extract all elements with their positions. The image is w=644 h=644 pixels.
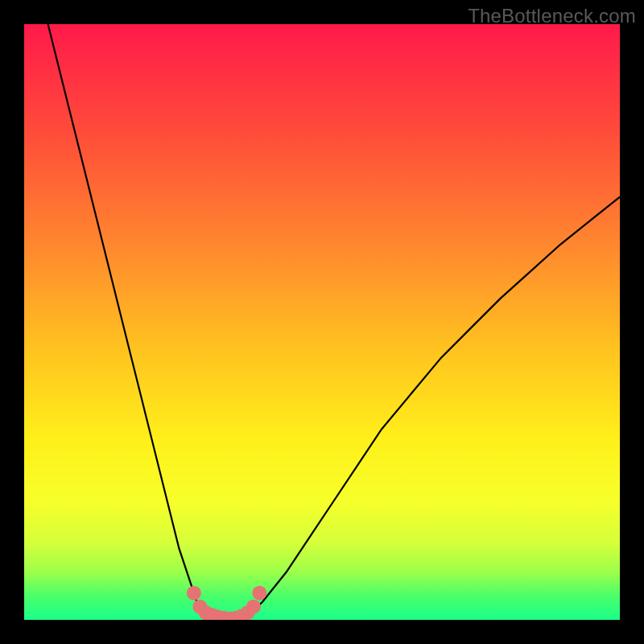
bottleneck-curve bbox=[24, 24, 620, 620]
watermark-text: TheBottleneck.com bbox=[468, 5, 636, 27]
valley-marker bbox=[246, 600, 261, 614]
valley-marker bbox=[187, 586, 201, 601]
chart-frame: TheBottleneck.com bbox=[0, 0, 644, 644]
valley-marker bbox=[252, 586, 266, 601]
valley-markers bbox=[187, 586, 266, 620]
plot-area bbox=[24, 24, 620, 620]
